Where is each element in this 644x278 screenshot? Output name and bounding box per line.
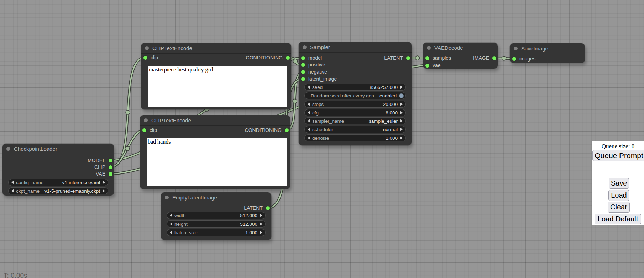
- node-checkpoint-loader[interactable]: CheckpointLoader MODEL CLIP VAE config_n…: [2, 144, 114, 196]
- input-port-positive[interactable]: [301, 63, 305, 67]
- batch-size-stepper[interactable]: batch_size 1.000: [167, 229, 266, 236]
- decrement-arrow-icon[interactable]: [308, 102, 310, 106]
- node-clip-text-encode-negative[interactable]: CLIPTextEncode clip CONDITIONING bad han…: [140, 115, 290, 189]
- increment-arrow-icon[interactable]: [400, 111, 403, 114]
- node-save-image[interactable]: SaveImage images: [510, 43, 585, 63]
- output-port-vae[interactable]: [109, 172, 112, 176]
- node-collapse-dot[interactable]: [165, 196, 169, 199]
- node-header[interactable]: CheckpointLoader: [2, 144, 114, 154]
- increment-arrow-icon[interactable]: [103, 189, 105, 193]
- seed-stepper[interactable]: seed 8566257.000: [304, 84, 406, 91]
- load-default-button[interactable]: Load Default: [595, 214, 641, 224]
- node-title: CLIPTextEncode: [151, 115, 191, 125]
- input-port-latent-image[interactable]: [301, 77, 305, 81]
- random-seed-toggle[interactable]: Random seed after every gen enabled: [304, 92, 406, 99]
- widget-value: v1-5-pruned-emaonly.ckpt: [44, 188, 100, 194]
- node-title: CheckpointLoader: [14, 144, 57, 154]
- increment-arrow-icon[interactable]: [400, 136, 403, 140]
- output-port-latent[interactable]: [406, 56, 410, 60]
- output-label: CONDITIONING: [246, 55, 283, 60]
- prompt-textarea[interactable]: bad hands: [147, 138, 287, 186]
- steps-stepper[interactable]: steps 20.000: [304, 101, 406, 108]
- output-label: CONDITIONING: [245, 127, 282, 133]
- node-sampler[interactable]: Sampler model positive negative latent_i…: [299, 42, 412, 145]
- link-midpoint-dot: [293, 59, 298, 63]
- decrement-arrow-icon[interactable]: [170, 231, 172, 234]
- output-port-conditioning[interactable]: [285, 128, 289, 132]
- node-collapse-dot[interactable]: [514, 47, 518, 50]
- increment-arrow-icon[interactable]: [260, 231, 262, 234]
- decrement-arrow-icon[interactable]: [170, 222, 172, 226]
- widget-value: 1.000: [245, 230, 257, 235]
- decrement-arrow-icon[interactable]: [11, 181, 14, 184]
- node-collapse-dot[interactable]: [303, 45, 307, 49]
- output-slot-model: MODEL: [88, 157, 112, 164]
- input-port-clip[interactable]: [143, 56, 147, 60]
- clear-button[interactable]: Clear: [608, 202, 630, 213]
- node-collapse-dot[interactable]: [427, 46, 431, 50]
- increment-arrow-icon[interactable]: [400, 102, 403, 106]
- input-port-clip[interactable]: [142, 128, 146, 132]
- input-port-vae[interactable]: [425, 64, 429, 68]
- decrement-arrow-icon[interactable]: [170, 214, 172, 217]
- decrement-arrow-icon[interactable]: [308, 119, 310, 123]
- output-port-latent[interactable]: [266, 206, 270, 210]
- denoise-stepper[interactable]: denoise 1.000: [304, 134, 406, 141]
- load-button[interactable]: Load: [608, 190, 629, 201]
- node-collapse-dot[interactable]: [145, 46, 149, 50]
- input-port-model[interactable]: [301, 56, 305, 60]
- node-header[interactable]: CLIPTextEncode: [141, 43, 291, 54]
- widget-label: batch_size: [174, 230, 198, 235]
- decrement-arrow-icon[interactable]: [308, 85, 310, 89]
- increment-arrow-icon[interactable]: [260, 222, 262, 226]
- node-vae-decode[interactable]: VAEDecode samples vae IMAGE: [423, 43, 498, 69]
- input-label: vae: [433, 63, 441, 68]
- input-port-images[interactable]: [512, 57, 516, 61]
- node-header[interactable]: CLIPTextEncode: [140, 115, 290, 126]
- increment-arrow-icon[interactable]: [400, 85, 403, 89]
- input-port-negative[interactable]: [301, 70, 305, 74]
- node-collapse-dot[interactable]: [6, 147, 10, 151]
- sampler-name-combo[interactable]: sampler_name sample_euler: [304, 117, 406, 124]
- cfg-stepper[interactable]: cfg 8.000: [304, 109, 406, 116]
- node-header[interactable]: SaveImage: [510, 43, 585, 54]
- widget-label: ckpt_name: [16, 188, 40, 194]
- width-stepper[interactable]: width 512.000: [167, 212, 266, 219]
- prompt-textarea[interactable]: masterpiece best quality girl: [148, 66, 287, 107]
- input-label: latent_image: [308, 76, 337, 82]
- widget-value: 8566257.000: [370, 85, 398, 90]
- increment-arrow-icon[interactable]: [260, 214, 262, 217]
- decrement-arrow-icon[interactable]: [308, 128, 310, 131]
- queue-prompt-button[interactable]: Queue Prompt: [592, 150, 644, 161]
- save-button[interactable]: Save: [609, 178, 629, 189]
- config-name-combo[interactable]: config_name v1-inference.yaml: [8, 179, 108, 186]
- decrement-arrow-icon[interactable]: [11, 189, 14, 193]
- link-midpoint-dot: [415, 56, 420, 60]
- node-clip-text-encode-positive[interactable]: CLIPTextEncode clip CONDITIONING masterp…: [141, 43, 291, 109]
- input-slot-clip: clip: [143, 54, 158, 61]
- node-header[interactable]: EmptyLatentImage: [161, 192, 271, 203]
- increment-arrow-icon[interactable]: [103, 181, 105, 184]
- output-port-image[interactable]: [492, 56, 496, 60]
- decrement-arrow-icon[interactable]: [308, 111, 310, 114]
- input-port-samples[interactable]: [425, 56, 429, 60]
- output-port-conditioning[interactable]: [286, 56, 290, 60]
- output-port-clip[interactable]: [109, 165, 112, 169]
- output-slot-conditioning: CONDITIONING: [246, 54, 290, 61]
- increment-arrow-icon[interactable]: [400, 119, 403, 123]
- output-port-model[interactable]: [109, 159, 112, 162]
- node-header[interactable]: Sampler: [299, 42, 412, 53]
- decrement-arrow-icon[interactable]: [308, 136, 310, 140]
- height-stepper[interactable]: height 512.000: [167, 220, 266, 228]
- node-empty-latent-image[interactable]: EmptyLatentImage LATENT width 512.000 he…: [161, 192, 271, 240]
- node-title: EmptyLatentImage: [172, 192, 217, 203]
- widget-label: width: [174, 213, 186, 218]
- scheduler-combo[interactable]: scheduler normal: [304, 126, 406, 133]
- node-header[interactable]: VAEDecode: [423, 43, 498, 53]
- increment-arrow-icon[interactable]: [400, 128, 403, 131]
- input-label: samples: [433, 55, 451, 61]
- node-collapse-dot[interactable]: [144, 118, 148, 122]
- toggle-dot-icon[interactable]: [399, 93, 404, 98]
- input-label: clip: [151, 55, 158, 60]
- ckpt-name-combo[interactable]: ckpt_name v1-5-pruned-emaonly.ckpt: [8, 187, 108, 194]
